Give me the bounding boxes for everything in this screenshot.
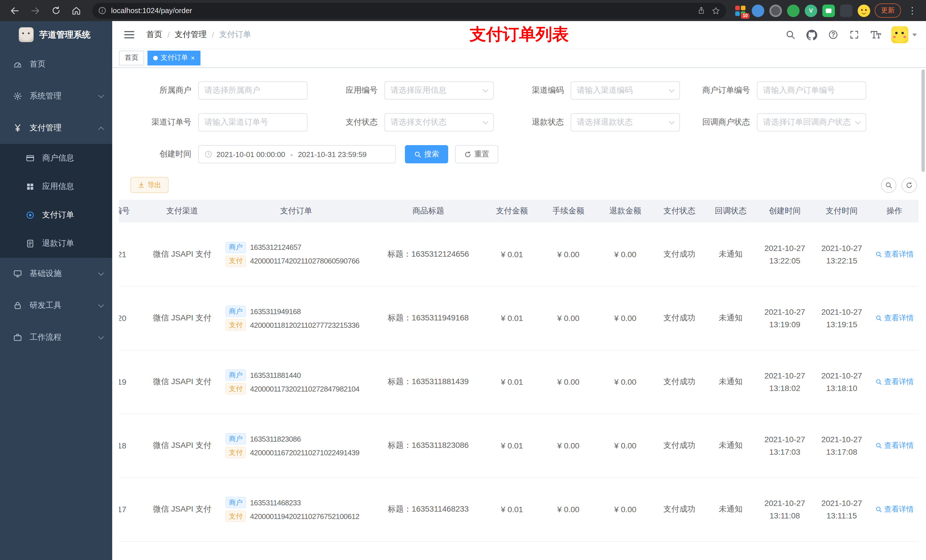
- briefcase-icon: [12, 333, 23, 342]
- table-row: 商户1635311157866: [119, 541, 918, 560]
- extension-pin-icon[interactable]: [752, 4, 764, 17]
- address-bar[interactable]: localhost:1024/pay/order: [92, 3, 726, 18]
- sidebar-item-infra[interactable]: 基础设施: [0, 258, 112, 290]
- hamburger-icon[interactable]: [121, 28, 137, 42]
- reset-button[interactable]: 重置: [455, 145, 498, 163]
- date-range-input[interactable]: 2021-10-01 00:00:00 - 2021-10-31 23:59:5…: [198, 145, 396, 163]
- search-button[interactable]: 搜索: [405, 145, 448, 163]
- pay-status-select[interactable]: 请选择支付状态: [384, 113, 494, 131]
- chevron-down-icon: [483, 87, 488, 92]
- browser-home-button[interactable]: [68, 3, 84, 18]
- lock-icon: [12, 301, 23, 310]
- font-size-icon[interactable]: [869, 29, 883, 41]
- chevron-down-icon: [98, 302, 104, 308]
- sidebar-item-pay-order[interactable]: 支付订单: [0, 201, 112, 229]
- notify-status-select[interactable]: 请选择订单回调商户状态: [757, 113, 866, 131]
- channel-code-select[interactable]: 请输入渠道编码: [570, 82, 680, 100]
- date-start: 2021-10-01 00:00:00: [216, 150, 285, 158]
- tab-home[interactable]: 首页: [119, 50, 144, 65]
- view-detail-link[interactable]: 查看详情: [875, 377, 914, 387]
- pay-tag: 支付: [225, 510, 246, 522]
- refresh-table-button[interactable]: [902, 177, 917, 193]
- sidebar-item-workflow[interactable]: 工作流程: [0, 322, 112, 353]
- tab-pay-order[interactable]: 支付订单 ×: [147, 50, 200, 65]
- browser-toolbar: localhost:1024/pay/order 10: [0, 0, 926, 21]
- sidebar-item-payment[interactable]: 支付管理: [0, 112, 112, 144]
- chevron-up-icon: [98, 126, 104, 132]
- extension-emoji-icon[interactable]: [858, 4, 870, 17]
- card-icon: [25, 154, 35, 163]
- extension-green-icon[interactable]: [787, 4, 800, 17]
- chevron-down-icon: [98, 92, 104, 98]
- view-detail-link[interactable]: 查看详情: [875, 313, 914, 323]
- breadcrumb-pay-manage[interactable]: 支付管理: [175, 30, 207, 40]
- app-logo[interactable]: 芋道管理系统: [0, 21, 112, 48]
- channel-order-no-input[interactable]: 请输入渠道订单号: [198, 113, 307, 131]
- view-detail-link[interactable]: 查看详情: [875, 504, 914, 515]
- avatar: [891, 26, 908, 43]
- sidebar-item-app-info[interactable]: 应用信息: [0, 172, 112, 201]
- refund-status-select[interactable]: 请选择退款状态: [570, 113, 680, 131]
- url-text: localhost:1024/pay/order: [111, 6, 697, 15]
- breadcrumb-home[interactable]: 首页: [146, 30, 162, 40]
- pay-tag: 支付: [225, 383, 246, 394]
- chevron-down-icon: [483, 119, 488, 124]
- breadcrumb-current: 支付订单: [219, 30, 251, 40]
- browser-refresh-button[interactable]: [48, 3, 64, 18]
- extension-vue-devtools-icon[interactable]: V: [805, 4, 817, 17]
- sidebar-item-dev-tools[interactable]: 研发工具: [0, 290, 112, 322]
- app-select[interactable]: 请选择应用信息: [384, 82, 494, 100]
- fullscreen-icon[interactable]: [848, 29, 861, 41]
- extensions-tray: 10 V: [734, 4, 870, 17]
- pay-tag: 支付: [225, 447, 246, 458]
- bookmark-star-icon[interactable]: [711, 6, 720, 15]
- search-icon: [414, 151, 421, 158]
- browser-forward-button[interactable]: [27, 3, 43, 18]
- refresh-icon: [905, 181, 913, 189]
- sidebar-item-system[interactable]: 系统管理: [0, 80, 112, 112]
- tags-view-bar: 首页 支付订单 ×: [112, 48, 926, 68]
- extension-colorful-icon[interactable]: 10: [734, 4, 747, 17]
- merchant-tag: 商户: [225, 242, 246, 253]
- header-search-icon[interactable]: [784, 29, 797, 41]
- active-dot-icon: [153, 56, 158, 60]
- browser-menu-icon[interactable]: ⋮: [905, 5, 919, 16]
- sidebar-item-merchant-info[interactable]: 商户信息: [0, 144, 112, 172]
- extension-chat-icon[interactable]: [822, 4, 835, 17]
- sidebar-item-home[interactable]: 首页: [0, 48, 112, 80]
- extension-dark-icon[interactable]: [840, 4, 853, 17]
- date-end: 2021-10-31 23:59:59: [298, 150, 366, 158]
- user-menu[interactable]: [891, 26, 917, 43]
- filter-field-refund-status: 退款状态 请选择退款状态: [501, 113, 687, 131]
- view-detail-link[interactable]: 查看详情: [875, 249, 914, 260]
- view-detail-link[interactable]: 查看详情: [875, 441, 914, 451]
- status-badge: 支付成功: [654, 414, 705, 477]
- sidebar-item-refund-order[interactable]: 退款订单: [0, 229, 112, 258]
- browser-update-button[interactable]: 更新: [875, 3, 901, 18]
- github-icon[interactable]: [805, 28, 819, 41]
- export-button[interactable]: 导出: [130, 177, 169, 193]
- merchant-order-no-input[interactable]: 请输入商户订单编号: [757, 82, 866, 100]
- app-title: 芋道管理系统: [39, 29, 91, 40]
- extension-globe-icon[interactable]: [769, 4, 782, 17]
- browser-back-button[interactable]: [7, 3, 23, 18]
- help-icon[interactable]: [827, 29, 840, 41]
- search-icon: [885, 181, 893, 189]
- merchant-select[interactable]: 请选择所属商户: [198, 82, 307, 100]
- page-title: 支付订单列表: [469, 23, 569, 46]
- merchant-tag: 商户: [225, 497, 246, 508]
- filter-field-app-id: 应用编号 请选择应用信息: [314, 82, 501, 100]
- toggle-search-button[interactable]: [881, 177, 896, 193]
- document-icon: [25, 239, 35, 248]
- site-info-icon[interactable]: [98, 6, 106, 15]
- pay-tag: 支付: [225, 319, 246, 331]
- magnifier-icon: [875, 379, 882, 385]
- share-icon[interactable]: [697, 6, 706, 15]
- table-row: 19 微信 JSAPI 支付 商户1635311881440 支付4200001…: [119, 350, 918, 414]
- close-icon[interactable]: ×: [191, 54, 195, 61]
- refresh-icon: [464, 151, 472, 158]
- status-badge: 支付成功: [654, 477, 705, 541]
- status-badge: 支付成功: [654, 222, 705, 286]
- page-scrollbar[interactable]: [921, 69, 925, 172]
- target-icon: [25, 211, 35, 220]
